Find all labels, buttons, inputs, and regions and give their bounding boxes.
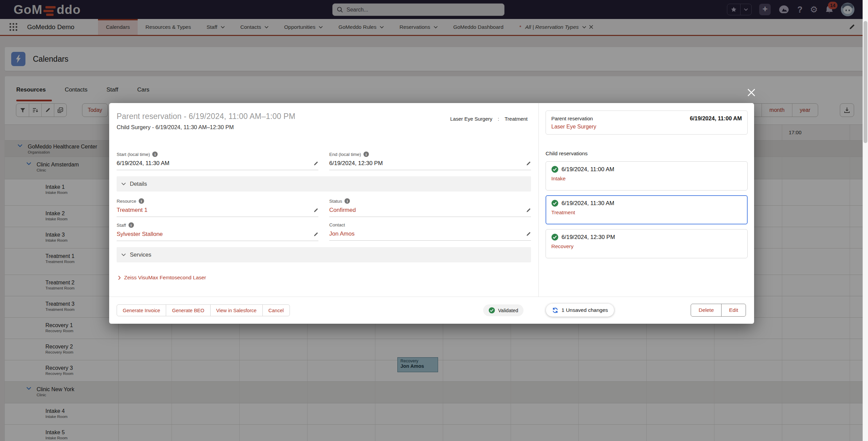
start-field: Start (local time)i 6/19/2024, 11:30 AM xyxy=(117,152,318,170)
footer-action-group: Generate Invoice Generate BEO View in Sa… xyxy=(117,304,290,316)
edit-pencil-icon[interactable] xyxy=(526,161,531,166)
edit-pencil-icon[interactable] xyxy=(313,208,318,213)
modal-close-button[interactable] xyxy=(747,87,758,98)
unsaved-changes-badge[interactable]: 1 Unsaved changes xyxy=(546,304,614,317)
info-icon[interactable]: i xyxy=(363,152,369,157)
chevron-down-icon xyxy=(121,253,126,256)
modal-footer: Generate Invoice Generate BEO View in Sa… xyxy=(109,297,754,324)
modal-main-section: Parent reservation - 6/19/2024, 11:00 AM… xyxy=(109,103,538,297)
parent-reservation-link[interactable]: Laser Eye Surgery xyxy=(551,124,742,130)
edit-pencil-icon[interactable] xyxy=(526,232,531,237)
services-section-header[interactable]: Services xyxy=(117,247,531,262)
generate-invoice-button[interactable]: Generate Invoice xyxy=(117,305,166,316)
end-value: 6/19/2024, 12:30 PM xyxy=(329,160,383,167)
child-reservation-card-intake[interactable]: 6/19/2024, 11:00 AM Intake xyxy=(546,161,748,191)
close-icon xyxy=(747,88,756,97)
edit-pencil-icon[interactable] xyxy=(526,208,531,213)
browser-scrollbar[interactable] xyxy=(863,0,868,441)
service-item-link[interactable]: Zeiss VisuMax Femtosecond Laser xyxy=(118,275,531,281)
staff-field: Staffi Sylvester Stallone xyxy=(117,222,318,241)
child-datetime: 6/19/2024, 12:30 PM xyxy=(561,234,615,241)
child-type-link[interactable]: Intake xyxy=(551,176,742,182)
child-type-link[interactable]: Treatment xyxy=(551,209,742,216)
time-fields: Start (local time)i 6/19/2024, 11:30 AM … xyxy=(117,152,531,170)
chevron-down-icon xyxy=(121,182,126,185)
child-datetime: 6/19/2024, 11:00 AM xyxy=(561,166,614,173)
edit-button[interactable]: Edit xyxy=(721,304,746,316)
status-link[interactable]: Confirmed xyxy=(329,207,356,214)
staff-link[interactable]: Sylvester Stallone xyxy=(117,231,163,238)
modal-subtitle: Child Surgery - 6/19/2024, 11:30 AM–12:3… xyxy=(117,124,531,131)
child-type-link[interactable]: Recovery xyxy=(551,243,742,249)
generate-beo-button[interactable]: Generate BEO xyxy=(166,305,210,316)
resource-field: Resourcei Treatment 1 xyxy=(117,198,318,217)
child-reservation-card-treatment[interactable]: 6/19/2024, 11:30 AM Treatment xyxy=(546,195,748,224)
validated-badge: Validated xyxy=(483,304,524,316)
info-icon[interactable]: i xyxy=(152,152,158,157)
status-field: Statusi Confirmed xyxy=(329,198,531,217)
context-child-type: Treatment xyxy=(505,116,528,122)
detail-fields-row-1: Resourcei Treatment 1 Statusi Confirmed … xyxy=(117,198,531,241)
delete-edit-group: Delete Edit xyxy=(691,304,746,317)
delete-button[interactable]: Delete xyxy=(691,304,721,316)
cancel-button[interactable]: Cancel xyxy=(262,305,290,316)
contact-field: Contact Jon Amos xyxy=(329,222,531,241)
success-check-icon xyxy=(551,166,558,173)
end-field: End (local time)i 6/19/2024, 12:30 PM xyxy=(329,152,531,170)
info-icon[interactable]: i xyxy=(139,198,144,204)
reservation-modal: Parent reservation - 6/19/2024, 11:00 AM… xyxy=(109,103,754,324)
resource-link[interactable]: Treatment 1 xyxy=(117,207,147,214)
success-check-icon xyxy=(551,234,558,241)
contact-link[interactable]: Jon Amos xyxy=(329,230,355,237)
parent-reservation-card[interactable]: Parent reservation 6/19/2024, 11:00 AM L… xyxy=(546,111,748,135)
context-reservation-type: Laser Eye Surgery xyxy=(450,116,492,122)
success-check-icon xyxy=(489,307,495,314)
scrollbar-thumb[interactable] xyxy=(864,21,867,143)
parent-reservation-label: Parent reservation xyxy=(551,116,593,121)
details-section-header[interactable]: Details xyxy=(117,176,531,192)
info-icon[interactable]: i xyxy=(129,222,134,228)
edit-pencil-icon[interactable] xyxy=(313,232,318,237)
modal-side-panel: Parent reservation 6/19/2024, 11:00 AM L… xyxy=(538,103,754,297)
screen: GoM ddo + xyxy=(0,0,868,441)
child-datetime: 6/19/2024, 11:30 AM xyxy=(561,200,614,207)
edit-pencil-icon[interactable] xyxy=(313,161,318,166)
child-reservations-heading: Child reservations xyxy=(546,151,747,157)
view-in-salesforce-button[interactable]: View in Salesforce xyxy=(210,305,262,316)
chevron-right-icon xyxy=(118,276,121,280)
sync-icon xyxy=(552,307,558,314)
modal-context: Laser Eye Surgery : Treatment xyxy=(450,116,528,122)
child-reservation-card-recovery[interactable]: 6/19/2024, 12:30 PM Recovery xyxy=(546,229,748,258)
parent-reservation-datetime: 6/19/2024, 11:00 AM xyxy=(690,115,742,122)
success-check-icon xyxy=(551,200,558,207)
info-icon[interactable]: i xyxy=(344,198,350,204)
start-value: 6/19/2024, 11:30 AM xyxy=(117,160,170,167)
